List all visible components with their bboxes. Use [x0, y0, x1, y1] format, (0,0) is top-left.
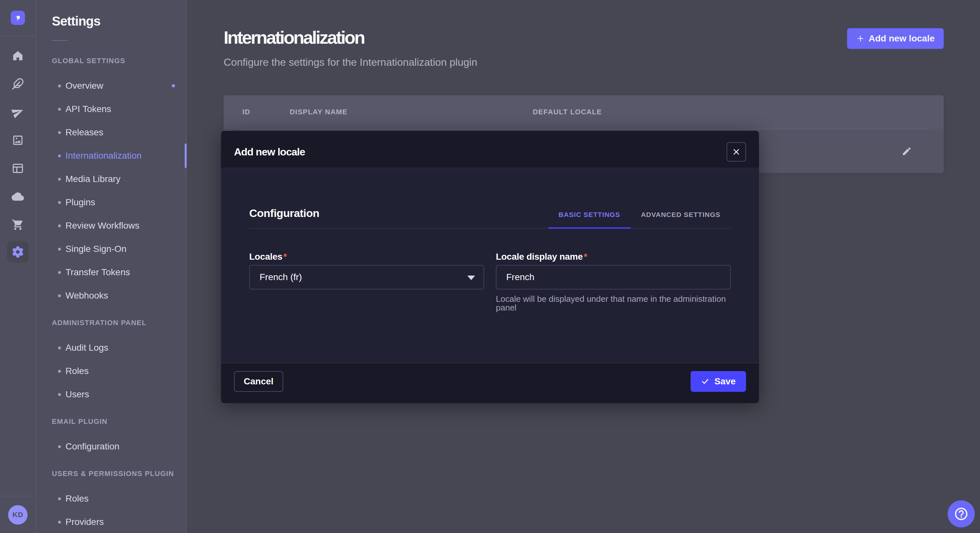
- locales-select[interactable]: French (fr): [249, 265, 484, 289]
- display-name-label: Locale display name*: [496, 252, 731, 262]
- tab-basic-settings[interactable]: BASIC SETTINGS: [548, 211, 631, 228]
- display-name-input[interactable]: [496, 265, 731, 289]
- close-icon: [732, 147, 741, 157]
- display-name-hint: Locale will be displayed under that name…: [496, 295, 731, 312]
- tab-advanced-settings[interactable]: ADVANCED SETTINGS: [631, 211, 731, 228]
- save-button-label: Save: [714, 376, 736, 387]
- modal-close-button[interactable]: [727, 142, 746, 162]
- locale-form: Locales* French (fr) Locale display name…: [249, 252, 731, 312]
- modal-header: Add new locale: [221, 131, 759, 168]
- check-icon: [701, 377, 710, 385]
- save-button[interactable]: Save: [690, 371, 746, 392]
- app-root: KD Settings GLOBAL SETTINGSOverviewAPI T…: [0, 0, 980, 533]
- display-name-field: Locale display name* Locale will be disp…: [496, 252, 731, 312]
- add-locale-modal: Add new locale Configuration BASIC SETTI…: [221, 131, 759, 403]
- modal-footer: Cancel Save: [221, 363, 759, 403]
- locales-select-value: French (fr): [259, 272, 302, 282]
- required-asterisk: *: [584, 252, 587, 262]
- configuration-header-row: Configuration BASIC SETTINGSADVANCED SET…: [249, 197, 731, 228]
- modal-body: Configuration BASIC SETTINGSADVANCED SET…: [221, 168, 759, 363]
- chevron-down-icon: [467, 276, 475, 280]
- settings-tabs: BASIC SETTINGSADVANCED SETTINGS: [548, 211, 731, 228]
- modal-title: Add new locale: [234, 146, 305, 158]
- locales-label: Locales*: [249, 252, 484, 262]
- required-asterisk: *: [283, 252, 287, 262]
- cancel-button[interactable]: Cancel: [234, 371, 283, 392]
- display-name-label-text: Locale display name: [496, 252, 583, 262]
- configuration-heading: Configuration: [249, 197, 319, 228]
- locales-label-text: Locales: [249, 252, 282, 262]
- locales-field: Locales* French (fr): [249, 252, 484, 312]
